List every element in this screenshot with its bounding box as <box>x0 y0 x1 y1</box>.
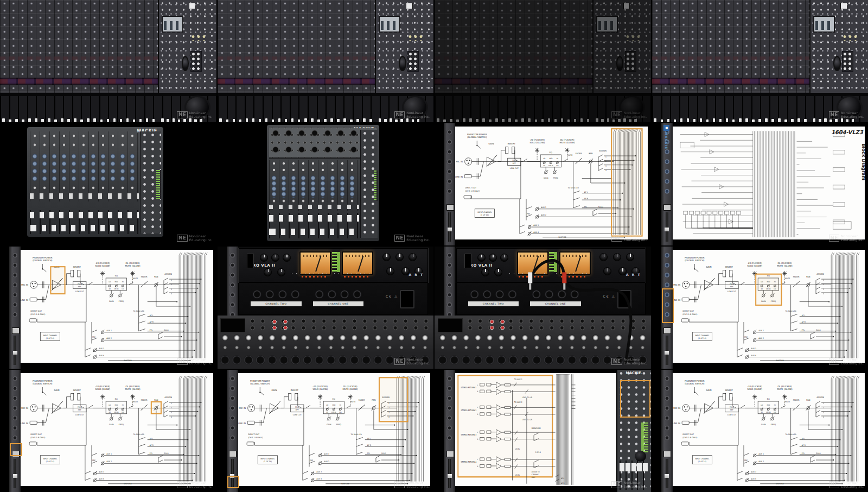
data-wheel <box>399 56 406 71</box>
fader-cap <box>752 119 755 122</box>
led-meter-bridge <box>374 171 377 201</box>
svg-text:SOLO: SOLO <box>816 329 821 331</box>
master-button-row <box>625 34 640 41</box>
thumbnail-r2c4-full-block-diagram[interactable]: ■MACKIE 1604-VLZ3 Block Diagram NE NonLi… <box>652 123 868 245</box>
thumbnail-r1c4-digital-console[interactable]: NE NonLinearEducating Inc. <box>652 0 868 122</box>
thumbnail-r1c2-digital-console[interactable]: NE NonLinearEducating Inc. <box>218 0 434 122</box>
master-column <box>140 131 161 234</box>
svg-text:SHIFT/SB: SHIFT/SB <box>341 483 349 485</box>
thumbnail-r3c3-compressor-rack-patched[interactable]: PRO VLA IIA R TCHANNEL TWOCHANNEL ONEC€ … <box>435 247 651 369</box>
thumbnail-r4c1-channel-block-diagram[interactable]: PHANTOM POWER (GLOBAL SWITCH) GAIN INSER… <box>0 370 216 492</box>
thumbnail-r3c1-channel-block-diagram[interactable]: PHANTOM POWER (GLOBAL SWITCH) GAIN INSER… <box>0 247 216 369</box>
svg-text:TO SOLO LED: TO SOLO LED <box>133 434 145 436</box>
svg-text:100-8k: 100-8k <box>548 165 554 167</box>
svg-text:INPUT CHANNEL: INPUT CHANNEL <box>43 335 58 337</box>
fader-cap <box>693 119 696 122</box>
svg-text:MID: MID <box>115 281 118 283</box>
svg-text:AF L: AF L <box>802 438 806 440</box>
thumbnail-r4c4-channel-block-diagram[interactable]: PHANTOM POWER (GLOBAL SWITCH) GAIN INSER… <box>652 370 868 492</box>
svg-text:AUX 4: AUX 4 <box>751 478 756 481</box>
svg-text:TO SOLO LED: TO SOLO LED <box>784 434 796 436</box>
fader-cap <box>167 119 169 122</box>
highlight-eq <box>756 274 781 305</box>
thumbnail-r3c2-compressor-rack[interactable]: PRO VLA IIA R TCHANNEL TWOCHANNEL ONEC€ … <box>218 247 434 369</box>
thumbnail-grid: NE NonLinearEducating Inc. NE NonLinearE… <box>0 0 868 492</box>
highlight-gain <box>51 267 65 294</box>
patch-cables <box>435 247 651 369</box>
svg-text:HPF: HPF <box>513 162 516 165</box>
channel-two-connectors: CHANNEL TWO <box>251 288 302 306</box>
fader-section <box>269 213 359 238</box>
svg-text:AF L: AF L <box>150 438 154 440</box>
input-channel-block-diagram: PHANTOM POWER (GLOBAL SWITCH) GAIN INSER… <box>673 250 865 363</box>
thumbnail-r1c3-digital-console[interactable]: NE NonLinearEducating Inc. <box>435 0 651 122</box>
diagram-paper: 1604-VLZ3 Block Diagram <box>673 127 865 239</box>
fader-cap <box>120 119 123 122</box>
watermark-name: NonLinear <box>189 234 213 238</box>
svg-text:PAN: PAN <box>806 276 810 278</box>
thumbnail-r2c3-channel-block-diagram[interactable]: PHANTOM POWER (GLOBAL SWITCH) GAIN INSER… <box>435 123 651 245</box>
svg-text:3: 3 <box>823 412 824 414</box>
svg-text:AF L: AF L <box>584 191 588 193</box>
fader-cap <box>22 119 24 122</box>
fader-cap <box>813 118 816 122</box>
svg-text:4: 4 <box>171 293 172 295</box>
svg-text:PRE: PRE <box>92 336 95 338</box>
master-section <box>592 0 651 93</box>
jog-wheel <box>402 96 428 119</box>
master-button-row <box>190 34 206 41</box>
fader-cap <box>739 118 742 122</box>
svg-text:(1 OF 16): (1 OF 16) <box>46 337 54 339</box>
svg-text:LOW CUT: LOW CUT <box>293 414 302 416</box>
svg-text:(1 OF 16): (1 OF 16) <box>698 337 706 339</box>
thumbnail-r4c2-channel-block-diagram[interactable]: PHANTOM POWER (GLOBAL SWITCH) GAIN INSER… <box>218 370 434 492</box>
strip-fader <box>448 459 451 488</box>
fader-cap <box>317 119 320 122</box>
thumbnail-r2c1-analog-mixer[interactable]: MACKIE. NE NonLinearEducating Inc. <box>0 123 216 245</box>
svg-text:HPF: HPF <box>78 409 81 411</box>
led-meter-bridge <box>156 170 160 199</box>
mackie-logo: MACKIE. <box>617 371 650 375</box>
numeric-keypad <box>842 51 853 72</box>
input-channel-block-diagram: PHANTOM POWER (GLOBAL SWITCH) GAIN INSER… <box>238 373 431 486</box>
thumbnail-r2c2-analog-mixer[interactable]: MACKIE. NE NonLinearEducating Inc. <box>218 123 434 245</box>
fader-cap <box>48 118 50 122</box>
diagram-paper: PHANTOM POWER (GLOBAL SWITCH) GAIN INSER… <box>673 250 865 363</box>
thumbnail-r4c3-stereo-return-diagram[interactable]: STEREO RETURN 1 STEREO RETURN 2 STEREO R… <box>435 370 651 492</box>
thumbnail-r1c1-digital-console[interactable]: NE NonLinearEducating Inc. <box>0 0 216 122</box>
bus-junction-dots <box>176 402 201 484</box>
vu-meter-right <box>342 251 373 275</box>
strip-knob-column <box>228 250 237 321</box>
fader-cap <box>629 119 631 122</box>
pan-knob-row <box>269 199 359 204</box>
svg-text:2: 2 <box>171 284 172 286</box>
master-section <box>158 0 216 93</box>
svg-text:PAN: PAN <box>589 153 593 155</box>
diagram-paper: STEREO RETURN 1 STEREO RETURN 2 STEREO R… <box>455 373 617 486</box>
svg-text:EQ: EQ <box>115 275 118 277</box>
diagram-paper: PHANTOM POWER (GLOBAL SWITCH) GAIN INSER… <box>455 127 648 239</box>
svg-text:12k: 12k <box>122 412 124 414</box>
thumbnail-r3c4-channel-block-diagram[interactable]: PHANTOM POWER (GLOBAL SWITCH) GAIN INSER… <box>652 247 868 369</box>
svg-text:12k: 12k <box>774 412 776 414</box>
fader-cap <box>87 118 90 122</box>
svg-text:LO: LO <box>326 404 329 406</box>
fader-cap <box>601 119 604 122</box>
diagram-wires <box>29 387 201 484</box>
master-section <box>809 0 868 93</box>
svg-text:AUX 4: AUX 4 <box>99 355 104 357</box>
svg-text:80: 80 <box>544 166 546 167</box>
svg-text:PRE: PRE <box>310 459 313 462</box>
fader-cap <box>412 119 414 122</box>
fader-cap <box>259 119 261 122</box>
bus-lines <box>179 253 207 358</box>
svg-text:GAIN: GAIN <box>761 424 766 426</box>
rotary-knob <box>395 253 404 261</box>
fader-cap <box>713 118 716 122</box>
svg-text:TO SOLO LED: TO SOLO LED <box>350 434 362 436</box>
threshold-led-row <box>302 276 328 278</box>
strip-scribble-label <box>446 204 454 211</box>
patch-plug-white <box>528 272 532 283</box>
watermark-logo-icon: NE <box>394 235 405 242</box>
fader-cap <box>612 119 615 122</box>
